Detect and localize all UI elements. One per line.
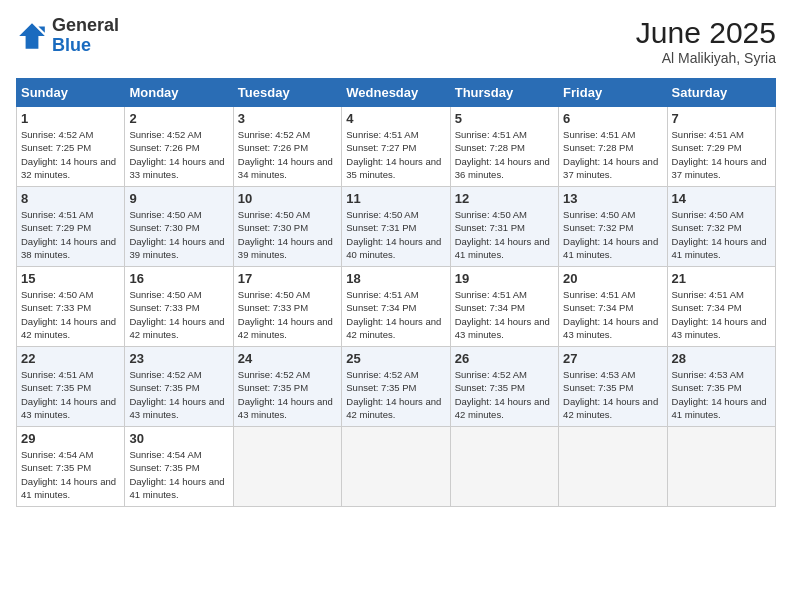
calendar-cell: 7 Sunrise: 4:51 AM Sunset: 7:29 PM Dayli…	[667, 107, 775, 187]
calendar-cell: 14 Sunrise: 4:50 AM Sunset: 7:32 PM Dayl…	[667, 187, 775, 267]
day-info: Sunrise: 4:54 AM Sunset: 7:35 PM Dayligh…	[21, 448, 120, 501]
day-info: Sunrise: 4:50 AM Sunset: 7:32 PM Dayligh…	[672, 208, 771, 261]
calendar-cell: 28 Sunrise: 4:53 AM Sunset: 7:35 PM Dayl…	[667, 347, 775, 427]
calendar-cell: 21 Sunrise: 4:51 AM Sunset: 7:34 PM Dayl…	[667, 267, 775, 347]
day-info: Sunrise: 4:50 AM Sunset: 7:33 PM Dayligh…	[238, 288, 337, 341]
month-title: June 2025	[636, 16, 776, 50]
day-info: Sunrise: 4:51 AM Sunset: 7:34 PM Dayligh…	[346, 288, 445, 341]
calendar-cell: 18 Sunrise: 4:51 AM Sunset: 7:34 PM Dayl…	[342, 267, 450, 347]
day-number: 25	[346, 351, 445, 366]
day-info: Sunrise: 4:50 AM Sunset: 7:30 PM Dayligh…	[238, 208, 337, 261]
calendar-week-3: 15 Sunrise: 4:50 AM Sunset: 7:33 PM Dayl…	[17, 267, 776, 347]
day-number: 11	[346, 191, 445, 206]
day-info: Sunrise: 4:52 AM Sunset: 7:26 PM Dayligh…	[129, 128, 228, 181]
day-number: 28	[672, 351, 771, 366]
calendar-cell: 29 Sunrise: 4:54 AM Sunset: 7:35 PM Dayl…	[17, 427, 125, 507]
calendar-cell: 9 Sunrise: 4:50 AM Sunset: 7:30 PM Dayli…	[125, 187, 233, 267]
day-number: 27	[563, 351, 662, 366]
day-number: 22	[21, 351, 120, 366]
day-number: 13	[563, 191, 662, 206]
calendar-cell: 22 Sunrise: 4:51 AM Sunset: 7:35 PM Dayl…	[17, 347, 125, 427]
day-number: 10	[238, 191, 337, 206]
day-info: Sunrise: 4:52 AM Sunset: 7:35 PM Dayligh…	[238, 368, 337, 421]
day-number: 21	[672, 271, 771, 286]
calendar-cell: 1 Sunrise: 4:52 AM Sunset: 7:25 PM Dayli…	[17, 107, 125, 187]
day-info: Sunrise: 4:51 AM Sunset: 7:34 PM Dayligh…	[672, 288, 771, 341]
calendar-cell: 20 Sunrise: 4:51 AM Sunset: 7:34 PM Dayl…	[559, 267, 667, 347]
calendar-cell: 6 Sunrise: 4:51 AM Sunset: 7:28 PM Dayli…	[559, 107, 667, 187]
calendar-cell	[667, 427, 775, 507]
day-number: 30	[129, 431, 228, 446]
col-wednesday: Wednesday	[342, 79, 450, 107]
logo-blue: Blue	[52, 36, 119, 56]
calendar-cell: 10 Sunrise: 4:50 AM Sunset: 7:30 PM Dayl…	[233, 187, 341, 267]
calendar-cell: 24 Sunrise: 4:52 AM Sunset: 7:35 PM Dayl…	[233, 347, 341, 427]
calendar-cell	[342, 427, 450, 507]
day-info: Sunrise: 4:50 AM Sunset: 7:31 PM Dayligh…	[455, 208, 554, 261]
day-info: Sunrise: 4:52 AM Sunset: 7:35 PM Dayligh…	[129, 368, 228, 421]
day-number: 4	[346, 111, 445, 126]
day-number: 17	[238, 271, 337, 286]
calendar-cell: 26 Sunrise: 4:52 AM Sunset: 7:35 PM Dayl…	[450, 347, 558, 427]
day-number: 6	[563, 111, 662, 126]
calendar-cell	[450, 427, 558, 507]
header-row: Sunday Monday Tuesday Wednesday Thursday…	[17, 79, 776, 107]
day-info: Sunrise: 4:53 AM Sunset: 7:35 PM Dayligh…	[672, 368, 771, 421]
day-number: 24	[238, 351, 337, 366]
day-info: Sunrise: 4:51 AM Sunset: 7:34 PM Dayligh…	[455, 288, 554, 341]
calendar-week-4: 22 Sunrise: 4:51 AM Sunset: 7:35 PM Dayl…	[17, 347, 776, 427]
day-number: 20	[563, 271, 662, 286]
day-info: Sunrise: 4:52 AM Sunset: 7:25 PM Dayligh…	[21, 128, 120, 181]
day-number: 9	[129, 191, 228, 206]
day-info: Sunrise: 4:51 AM Sunset: 7:28 PM Dayligh…	[455, 128, 554, 181]
day-number: 16	[129, 271, 228, 286]
calendar-cell: 4 Sunrise: 4:51 AM Sunset: 7:27 PM Dayli…	[342, 107, 450, 187]
calendar-cell: 2 Sunrise: 4:52 AM Sunset: 7:26 PM Dayli…	[125, 107, 233, 187]
day-number: 2	[129, 111, 228, 126]
logo-text: General Blue	[52, 16, 119, 56]
day-number: 7	[672, 111, 771, 126]
page-header: General Blue June 2025 Al Malikiyah, Syr…	[16, 16, 776, 66]
calendar-cell	[233, 427, 341, 507]
day-info: Sunrise: 4:51 AM Sunset: 7:29 PM Dayligh…	[21, 208, 120, 261]
calendar-cell	[559, 427, 667, 507]
day-info: Sunrise: 4:52 AM Sunset: 7:26 PM Dayligh…	[238, 128, 337, 181]
day-info: Sunrise: 4:50 AM Sunset: 7:30 PM Dayligh…	[129, 208, 228, 261]
col-friday: Friday	[559, 79, 667, 107]
calendar-week-5: 29 Sunrise: 4:54 AM Sunset: 7:35 PM Dayl…	[17, 427, 776, 507]
calendar-cell: 8 Sunrise: 4:51 AM Sunset: 7:29 PM Dayli…	[17, 187, 125, 267]
day-info: Sunrise: 4:51 AM Sunset: 7:35 PM Dayligh…	[21, 368, 120, 421]
day-info: Sunrise: 4:53 AM Sunset: 7:35 PM Dayligh…	[563, 368, 662, 421]
day-info: Sunrise: 4:51 AM Sunset: 7:27 PM Dayligh…	[346, 128, 445, 181]
calendar-cell: 19 Sunrise: 4:51 AM Sunset: 7:34 PM Dayl…	[450, 267, 558, 347]
day-number: 8	[21, 191, 120, 206]
logo-general: General	[52, 16, 119, 36]
location-title: Al Malikiyah, Syria	[636, 50, 776, 66]
title-block: June 2025 Al Malikiyah, Syria	[636, 16, 776, 66]
calendar-week-1: 1 Sunrise: 4:52 AM Sunset: 7:25 PM Dayli…	[17, 107, 776, 187]
day-number: 1	[21, 111, 120, 126]
day-info: Sunrise: 4:52 AM Sunset: 7:35 PM Dayligh…	[455, 368, 554, 421]
calendar-cell: 27 Sunrise: 4:53 AM Sunset: 7:35 PM Dayl…	[559, 347, 667, 427]
calendar-cell: 12 Sunrise: 4:50 AM Sunset: 7:31 PM Dayl…	[450, 187, 558, 267]
calendar-cell: 25 Sunrise: 4:52 AM Sunset: 7:35 PM Dayl…	[342, 347, 450, 427]
day-number: 23	[129, 351, 228, 366]
calendar-cell: 11 Sunrise: 4:50 AM Sunset: 7:31 PM Dayl…	[342, 187, 450, 267]
day-number: 19	[455, 271, 554, 286]
day-number: 5	[455, 111, 554, 126]
day-number: 29	[21, 431, 120, 446]
calendar-cell: 5 Sunrise: 4:51 AM Sunset: 7:28 PM Dayli…	[450, 107, 558, 187]
day-number: 3	[238, 111, 337, 126]
logo: General Blue	[16, 16, 119, 56]
col-saturday: Saturday	[667, 79, 775, 107]
day-info: Sunrise: 4:50 AM Sunset: 7:31 PM Dayligh…	[346, 208, 445, 261]
day-number: 12	[455, 191, 554, 206]
col-sunday: Sunday	[17, 79, 125, 107]
calendar-cell: 16 Sunrise: 4:50 AM Sunset: 7:33 PM Dayl…	[125, 267, 233, 347]
day-info: Sunrise: 4:52 AM Sunset: 7:35 PM Dayligh…	[346, 368, 445, 421]
col-tuesday: Tuesday	[233, 79, 341, 107]
calendar-cell: 23 Sunrise: 4:52 AM Sunset: 7:35 PM Dayl…	[125, 347, 233, 427]
day-number: 15	[21, 271, 120, 286]
day-info: Sunrise: 4:51 AM Sunset: 7:28 PM Dayligh…	[563, 128, 662, 181]
calendar-cell: 3 Sunrise: 4:52 AM Sunset: 7:26 PM Dayli…	[233, 107, 341, 187]
